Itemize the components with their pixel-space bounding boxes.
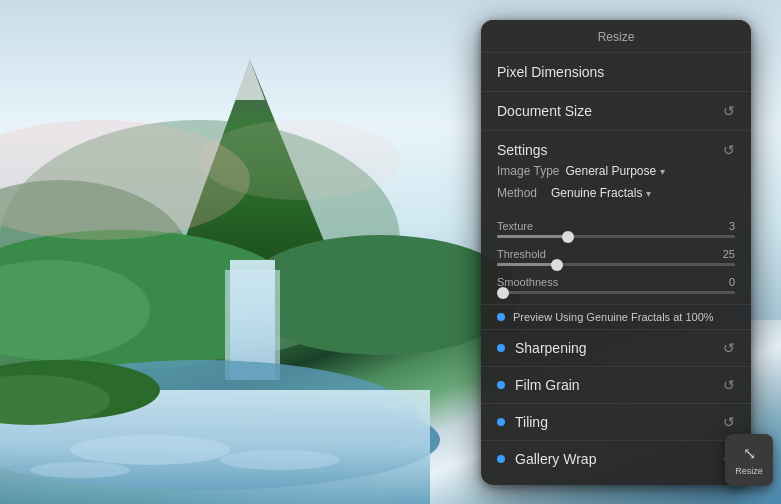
texture-thumb[interactable] bbox=[562, 231, 574, 243]
gallery-wrap-dot bbox=[497, 455, 505, 463]
panel-title-text: Resize bbox=[598, 30, 635, 44]
image-type-value-text: General Purpose bbox=[565, 164, 656, 178]
document-size-reset-icon[interactable]: ↺ bbox=[723, 103, 735, 119]
svg-point-13 bbox=[70, 435, 230, 465]
svg-point-14 bbox=[220, 450, 340, 470]
smoothness-label: Smoothness bbox=[497, 276, 558, 288]
sliders-section: Texture 3 Threshold 25 Smoothness 0 bbox=[481, 214, 751, 305]
settings-section[interactable]: Settings ↺ bbox=[481, 131, 751, 162]
film-grain-label: Film Grain bbox=[515, 377, 580, 393]
sharpening-reset-icon[interactable]: ↺ bbox=[723, 340, 735, 356]
threshold-slider-row: Threshold 25 bbox=[497, 248, 735, 266]
pixel-dimensions-label: Pixel Dimensions bbox=[497, 64, 604, 80]
tiling-dot bbox=[497, 418, 505, 426]
texture-track bbox=[497, 235, 735, 238]
gallery-wrap-left: Gallery Wrap bbox=[497, 451, 596, 467]
image-type-key: Image Type bbox=[497, 164, 559, 178]
film-grain-reset-icon[interactable]: ↺ bbox=[723, 377, 735, 393]
resize-panel: Resize Pixel Dimensions Document Size ↺ … bbox=[481, 20, 751, 485]
smoothness-value: 0 bbox=[729, 276, 735, 288]
film-grain-dot bbox=[497, 381, 505, 389]
image-type-row: Image Type General Purpose ▾ Method Genu… bbox=[481, 162, 751, 214]
texture-fill bbox=[497, 235, 568, 238]
smoothness-thumb[interactable] bbox=[497, 287, 509, 299]
smoothness-slider-row: Smoothness 0 bbox=[497, 276, 735, 294]
method-value-text: Genuine Fractals bbox=[551, 186, 642, 200]
method-dropdown-icon: ▾ bbox=[646, 188, 651, 199]
image-type-value[interactable]: General Purpose ▾ bbox=[565, 164, 665, 178]
sharpening-dot bbox=[497, 344, 505, 352]
sharpening-left: Sharpening bbox=[497, 340, 587, 356]
document-size-section[interactable]: Document Size ↺ bbox=[481, 92, 751, 131]
threshold-label: Threshold bbox=[497, 248, 546, 260]
tiling-label: Tiling bbox=[515, 414, 548, 430]
gallery-wrap-label: Gallery Wrap bbox=[515, 451, 596, 467]
texture-slider-row: Texture 3 bbox=[497, 220, 735, 238]
method-value[interactable]: Genuine Fractals ▾ bbox=[551, 186, 651, 200]
document-size-label: Document Size bbox=[497, 103, 592, 119]
sharpening-item[interactable]: Sharpening ↺ bbox=[481, 330, 751, 367]
settings-reset-icon[interactable]: ↺ bbox=[723, 142, 735, 158]
pixel-dimensions-section[interactable]: Pixel Dimensions bbox=[481, 53, 751, 92]
svg-point-7 bbox=[240, 235, 520, 355]
preview-text: Preview Using Genuine Fractals at 100% bbox=[513, 311, 714, 323]
tiling-reset-icon[interactable]: ↺ bbox=[723, 414, 735, 430]
film-grain-left: Film Grain bbox=[497, 377, 580, 393]
sharpening-label: Sharpening bbox=[515, 340, 587, 356]
method-key: Method bbox=[497, 186, 545, 200]
resize-button-label: Resize bbox=[735, 466, 763, 476]
film-grain-item[interactable]: Film Grain ↺ bbox=[481, 367, 751, 404]
resize-button[interactable]: ⤡ Resize bbox=[725, 434, 773, 486]
threshold-fill bbox=[497, 263, 557, 266]
texture-value: 3 bbox=[729, 220, 735, 232]
threshold-value: 25 bbox=[723, 248, 735, 260]
texture-label: Texture bbox=[497, 220, 533, 232]
tiling-item[interactable]: Tiling ↺ bbox=[481, 404, 751, 441]
smoothness-track bbox=[497, 291, 735, 294]
preview-row: Preview Using Genuine Fractals at 100% bbox=[481, 305, 751, 330]
settings-label: Settings bbox=[497, 142, 548, 158]
threshold-track bbox=[497, 263, 735, 266]
threshold-thumb[interactable] bbox=[551, 259, 563, 271]
image-type-dropdown-icon: ▾ bbox=[660, 166, 665, 177]
preview-dot bbox=[497, 313, 505, 321]
svg-point-19 bbox=[200, 120, 400, 200]
tiling-left: Tiling bbox=[497, 414, 548, 430]
panel-title: Resize bbox=[481, 20, 751, 53]
svg-point-15 bbox=[30, 462, 130, 478]
gallery-wrap-item[interactable]: Gallery Wrap ↺ bbox=[481, 441, 751, 477]
resize-button-icon: ⤡ bbox=[743, 444, 756, 463]
